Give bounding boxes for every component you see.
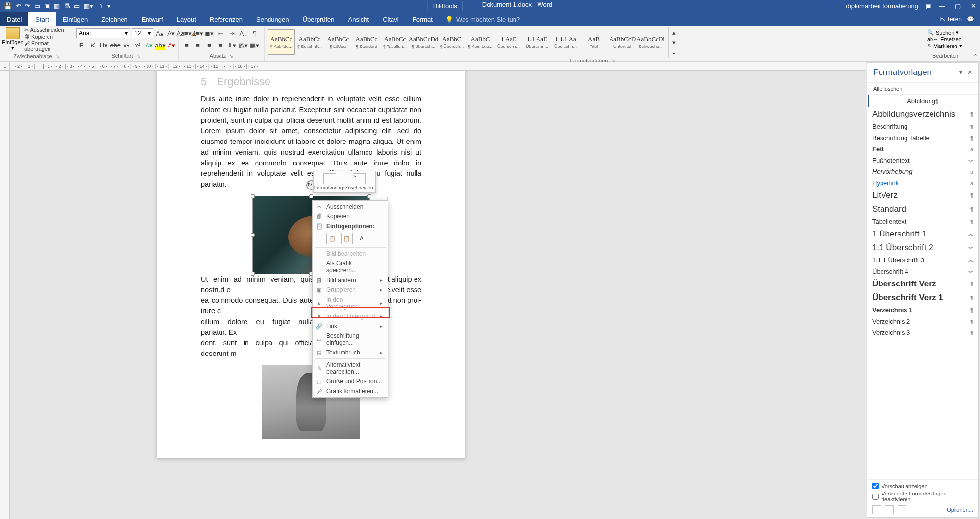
tab-format[interactable]: Format (406, 12, 440, 26)
preview-checkbox[interactable] (872, 483, 879, 489)
ctx-change-image[interactable]: 🖼Bild ändern▸ (313, 275, 388, 285)
select-button[interactable]: ↖ Markieren ▾ (927, 43, 962, 49)
undo-icon[interactable]: ↶ (16, 2, 21, 10)
resize-handle[interactable] (251, 194, 255, 198)
paste-opt-1[interactable]: 📋 (326, 233, 338, 244)
style-gallery-item[interactable]: AaBbCcDiSchwache... (637, 29, 664, 55)
style-list-item[interactable]: LitVerz¶ (867, 189, 978, 202)
superscript-icon[interactable]: x² (133, 40, 143, 50)
tab-draw[interactable]: Zeichnen (95, 12, 134, 26)
paste-opt-2[interactable]: 📋 (341, 233, 353, 244)
line-spacing-icon[interactable]: ⇕▾ (227, 40, 237, 50)
highlight-icon[interactable]: ab▾ (155, 40, 165, 50)
style-list-item[interactable]: Tabellentext¶ (867, 216, 978, 227)
document-page[interactable]: 5 Ergebnisse Duis aute irure dolor in re… (157, 71, 466, 458)
ctx-insert-caption[interactable]: ▭Beschriftung einfügen... (313, 331, 388, 348)
copy-button[interactable]: 🗐 Kopieren (24, 34, 70, 40)
ctx-format-graphic[interactable]: 🖌Grafik formatieren... (313, 386, 388, 396)
borders-icon[interactable]: ▦▾ (249, 40, 259, 50)
resize-handle[interactable] (251, 233, 255, 237)
style-list-item[interactable]: Verzeichnis 1¶ (867, 305, 978, 316)
pane-menu-icon[interactable]: ▾ (959, 69, 962, 76)
shading-icon[interactable]: ▨▾ (238, 40, 248, 50)
qat-icon[interactable]: ▥ (54, 2, 60, 10)
style-list-item[interactable]: Hervorhebunga (867, 166, 978, 177)
tab-citavi[interactable]: Citavi (376, 12, 406, 26)
tab-design[interactable]: Entwurf (135, 12, 170, 26)
resize-handle[interactable] (251, 272, 255, 276)
redo-icon[interactable]: ↷ (25, 2, 30, 10)
align-right-icon[interactable]: ≡ (204, 40, 214, 50)
tab-view[interactable]: Ansicht (342, 12, 376, 26)
style-button[interactable]: Formatvorlage (316, 173, 344, 190)
underline-icon[interactable]: U▾ (99, 40, 109, 50)
ctx-save-as-graphic[interactable]: Als Grafik speichern... (313, 259, 388, 275)
style-list-item[interactable]: 1.1 Überschrift 2⫘ (867, 241, 978, 255)
ctx-cut[interactable]: ✂Ausschneiden (313, 202, 388, 212)
styles-gallery[interactable]: AaBbCc¶ Abbildu...AaBbCc¶ Beschrift...Aa… (268, 29, 664, 55)
font-color-icon[interactable]: A▾ (167, 40, 176, 50)
justify-icon[interactable]: ≡ (216, 40, 225, 50)
print-icon[interactable]: 🖶 (64, 2, 70, 10)
style-list-item[interactable]: 1 Überschrift 1⫘ (867, 227, 978, 241)
gallery-more-icon[interactable]: ⌄ (669, 47, 679, 57)
style-list-item[interactable]: Überschrift Verz¶ (867, 277, 978, 291)
tab-review[interactable]: Überprüfen (296, 12, 342, 26)
italic-icon[interactable]: K (88, 40, 98, 50)
style-gallery-item[interactable]: AaBbCc¶ Beschrift... (296, 29, 323, 55)
comments-icon[interactable]: 💬 (967, 16, 974, 23)
crop-button[interactable]: ✂ Zuschneiden (345, 173, 373, 190)
style-list-item[interactable]: Beschriftung¶ (867, 121, 978, 132)
tab-start[interactable]: Start (28, 12, 55, 26)
tab-insert[interactable]: Einfügen (56, 12, 95, 26)
style-gallery-item[interactable]: AaBbCcDUntertitel (609, 29, 636, 55)
bold-icon[interactable]: F (76, 40, 86, 50)
disable-linked-checkbox[interactable] (872, 494, 879, 500)
replace-button[interactable]: ab↔ Ersetzen (927, 36, 962, 42)
ruler-corner[interactable]: L (0, 62, 10, 71)
tab-layout[interactable]: Layout (170, 12, 203, 26)
collapse-ribbon-icon[interactable]: ˄ (970, 26, 980, 61)
resize-handle[interactable] (309, 194, 313, 198)
style-list-item[interactable]: Beschriftung Tabelle¶ (867, 132, 978, 143)
bullets-icon[interactable]: •≡▾ (182, 28, 192, 38)
style-gallery-item[interactable]: 1.1.1 AaÜberschri... (552, 29, 579, 55)
qat-icon[interactable]: ▣ (44, 2, 50, 10)
paste-button[interactable]: Einfügen▾ (3, 27, 23, 51)
qat-more-icon[interactable]: ▾ (107, 2, 111, 10)
style-list-item[interactable]: Hyperlinka (867, 177, 978, 189)
style-list-item[interactable]: Abbildungsverzeichnis¶ (867, 107, 978, 121)
style-list-item[interactable]: Überschrift Verz 1¶ (867, 291, 978, 305)
text-effects-icon[interactable]: A▾ (144, 40, 154, 50)
style-list-item[interactable]: Fußnotentext⫘ (867, 155, 978, 166)
tab-file[interactable]: Datei (0, 12, 28, 26)
close-icon[interactable]: ✕ (971, 2, 976, 10)
style-gallery-item[interactable]: AaBbCc¶ Tabellen... (381, 29, 409, 55)
ctx-link[interactable]: 🔗Link▸ (313, 321, 388, 331)
tab-references[interactable]: Referenzen (203, 12, 249, 26)
save-icon[interactable]: 💾 (4, 2, 12, 10)
resize-handle[interactable] (368, 194, 371, 198)
ribbon-display-icon[interactable]: ▣ (926, 2, 931, 10)
indent-right-icon[interactable]: ⇥ (227, 28, 237, 38)
style-list-item[interactable]: Überschrift 4⫘ (867, 266, 978, 277)
pane-close-icon[interactable]: ✕ (967, 69, 972, 76)
maximize-icon[interactable]: ▢ (955, 2, 961, 10)
style-gallery-item[interactable]: AaBTitel (580, 29, 608, 55)
share-button[interactable]: ⇱ Teilen (940, 16, 962, 23)
strike-icon[interactable]: abc (110, 40, 120, 50)
gallery-up-icon[interactable]: ▴ (669, 27, 679, 37)
subscript-icon[interactable]: x₂ (122, 40, 131, 50)
grow-font-icon[interactable]: A▴ (155, 28, 165, 38)
shrink-font-icon[interactable]: A▾ (166, 28, 176, 38)
picture-tools-tab[interactable]: Bildtools (428, 1, 463, 11)
style-gallery-item[interactable]: AaBbCc¶ LitVerz (324, 29, 352, 55)
style-gallery-item[interactable]: 1.1 AaEÜberschri... (523, 29, 551, 55)
numbering-icon[interactable]: 1≡▾ (193, 28, 203, 38)
style-list-item[interactable]: Fetta (867, 143, 978, 155)
ctx-textwrap[interactable]: ▤Textumbruch▸ (313, 348, 388, 357)
paste-opt-3[interactable]: A (356, 233, 368, 244)
tell-me-search[interactable]: 💡 Was möchten Sie tun? (440, 12, 520, 26)
clear-all-button[interactable]: Alle löschen (867, 83, 978, 95)
align-left-icon[interactable]: ≡ (182, 40, 192, 50)
